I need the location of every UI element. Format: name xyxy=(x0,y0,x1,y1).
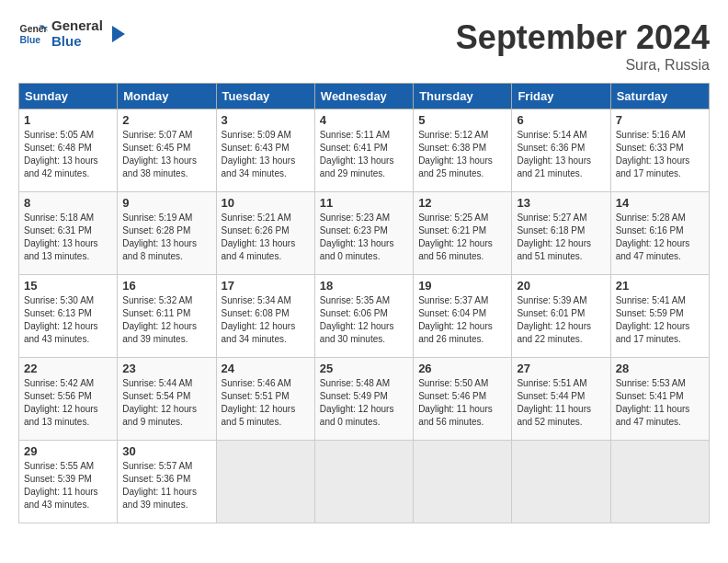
day-number: 8 xyxy=(24,196,112,210)
location: Sura, Russia xyxy=(456,57,710,74)
day-cell: 28 Sunrise: 5:53 AM Sunset: 5:41 PM Dayl… xyxy=(610,358,709,441)
day-number: 19 xyxy=(418,279,506,293)
day-cell: 24 Sunrise: 5:46 AM Sunset: 5:51 PM Dayl… xyxy=(216,358,314,441)
logo-general: General xyxy=(51,18,103,34)
day-number: 23 xyxy=(122,362,210,375)
empty-cell xyxy=(512,441,610,523)
logo: General Blue General Blue xyxy=(18,18,127,49)
calendar-week-row: 29 Sunrise: 5:55 AM Sunset: 5:39 PM Dayl… xyxy=(19,441,710,523)
empty-cell xyxy=(414,441,512,523)
day-number: 6 xyxy=(517,113,605,127)
day-info: Sunrise: 5:19 AM Sunset: 6:28 PM Dayligh… xyxy=(122,212,210,263)
day-number: 17 xyxy=(222,279,310,293)
day-cell: 8 Sunrise: 5:18 AM Sunset: 6:31 PM Dayli… xyxy=(19,192,118,275)
header-row: Sunday Monday Tuesday Wednesday Thursday… xyxy=(19,84,710,109)
day-cell: 20 Sunrise: 5:39 AM Sunset: 6:01 PM Dayl… xyxy=(512,275,610,358)
day-number: 22 xyxy=(24,362,112,375)
day-number: 4 xyxy=(320,113,408,127)
day-number: 14 xyxy=(616,196,704,210)
day-cell: 13 Sunrise: 5:27 AM Sunset: 6:18 PM Dayl… xyxy=(512,192,610,275)
day-cell: 10 Sunrise: 5:21 AM Sunset: 6:26 PM Dayl… xyxy=(216,192,314,275)
day-info: Sunrise: 5:53 AM Sunset: 5:41 PM Dayligh… xyxy=(616,377,704,429)
day-number: 24 xyxy=(222,362,310,375)
day-info: Sunrise: 5:44 AM Sunset: 5:54 PM Dayligh… xyxy=(122,377,210,429)
day-number: 10 xyxy=(222,196,310,210)
day-cell: 30 Sunrise: 5:57 AM Sunset: 5:36 PM Dayl… xyxy=(118,441,216,523)
day-info: Sunrise: 5:32 AM Sunset: 6:11 PM Dayligh… xyxy=(122,294,210,346)
logo-blue: Blue xyxy=(51,34,103,50)
empty-cell xyxy=(610,441,709,523)
day-cell: 5 Sunrise: 5:12 AM Sunset: 6:38 PM Dayli… xyxy=(414,109,512,192)
col-thursday: Thursday xyxy=(414,84,512,109)
day-cell: 17 Sunrise: 5:34 AM Sunset: 6:08 PM Dayl… xyxy=(216,275,314,358)
day-info: Sunrise: 5:55 AM Sunset: 5:39 PM Dayligh… xyxy=(24,460,112,511)
day-info: Sunrise: 5:23 AM Sunset: 6:23 PM Dayligh… xyxy=(320,212,408,263)
day-info: Sunrise: 5:57 AM Sunset: 5:36 PM Dayligh… xyxy=(122,460,210,511)
day-cell: 25 Sunrise: 5:48 AM Sunset: 5:49 PM Dayl… xyxy=(314,358,413,441)
day-info: Sunrise: 5:09 AM Sunset: 6:43 PM Dayligh… xyxy=(222,129,310,180)
day-cell: 23 Sunrise: 5:44 AM Sunset: 5:54 PM Dayl… xyxy=(118,358,216,441)
day-number: 15 xyxy=(24,279,112,293)
day-cell: 29 Sunrise: 5:55 AM Sunset: 5:39 PM Dayl… xyxy=(19,441,118,523)
day-info: Sunrise: 5:39 AM Sunset: 6:01 PM Dayligh… xyxy=(517,294,605,346)
day-info: Sunrise: 5:51 AM Sunset: 5:44 PM Dayligh… xyxy=(517,377,605,429)
svg-text:Blue: Blue xyxy=(20,34,41,44)
day-number: 27 xyxy=(517,362,605,375)
calendar-week-row: 15 Sunrise: 5:30 AM Sunset: 6:13 PM Dayl… xyxy=(19,275,710,358)
day-cell: 4 Sunrise: 5:11 AM Sunset: 6:41 PM Dayli… xyxy=(314,109,413,192)
calendar-week-row: 1 Sunrise: 5:05 AM Sunset: 6:48 PM Dayli… xyxy=(19,109,710,192)
day-number: 18 xyxy=(320,279,408,293)
day-cell: 2 Sunrise: 5:07 AM Sunset: 6:45 PM Dayli… xyxy=(118,109,216,192)
day-info: Sunrise: 5:21 AM Sunset: 6:26 PM Dayligh… xyxy=(222,212,310,263)
day-number: 13 xyxy=(517,196,605,210)
day-info: Sunrise: 5:18 AM Sunset: 6:31 PM Dayligh… xyxy=(24,212,112,263)
empty-cell xyxy=(216,441,314,523)
day-cell: 12 Sunrise: 5:25 AM Sunset: 6:21 PM Dayl… xyxy=(414,192,512,275)
day-number: 30 xyxy=(122,444,210,458)
empty-cell xyxy=(314,441,413,523)
day-info: Sunrise: 5:50 AM Sunset: 5:46 PM Dayligh… xyxy=(418,377,506,429)
calendar-table: Sunday Monday Tuesday Wednesday Thursday… xyxy=(18,83,710,523)
col-saturday: Saturday xyxy=(610,84,709,109)
day-cell: 14 Sunrise: 5:28 AM Sunset: 6:16 PM Dayl… xyxy=(610,192,709,275)
day-info: Sunrise: 5:25 AM Sunset: 6:21 PM Dayligh… xyxy=(418,212,506,263)
day-number: 28 xyxy=(616,362,704,375)
day-cell: 26 Sunrise: 5:50 AM Sunset: 5:46 PM Dayl… xyxy=(414,358,512,441)
day-cell: 6 Sunrise: 5:14 AM Sunset: 6:36 PM Dayli… xyxy=(512,109,610,192)
day-info: Sunrise: 5:11 AM Sunset: 6:41 PM Dayligh… xyxy=(320,129,408,180)
day-cell: 21 Sunrise: 5:41 AM Sunset: 5:59 PM Dayl… xyxy=(610,275,709,358)
logo-icon: General Blue xyxy=(18,19,48,49)
arrow-icon xyxy=(107,24,127,44)
day-cell: 9 Sunrise: 5:19 AM Sunset: 6:28 PM Dayli… xyxy=(118,192,216,275)
day-info: Sunrise: 5:07 AM Sunset: 6:45 PM Dayligh… xyxy=(122,129,210,180)
day-number: 2 xyxy=(122,113,210,127)
col-wednesday: Wednesday xyxy=(314,84,413,109)
day-number: 25 xyxy=(320,362,408,375)
calendar-week-row: 22 Sunrise: 5:42 AM Sunset: 5:56 PM Dayl… xyxy=(19,358,710,441)
day-info: Sunrise: 5:42 AM Sunset: 5:56 PM Dayligh… xyxy=(24,377,112,429)
day-number: 16 xyxy=(122,279,210,293)
day-cell: 1 Sunrise: 5:05 AM Sunset: 6:48 PM Dayli… xyxy=(19,109,118,192)
day-cell: 19 Sunrise: 5:37 AM Sunset: 6:04 PM Dayl… xyxy=(414,275,512,358)
day-info: Sunrise: 5:35 AM Sunset: 6:06 PM Dayligh… xyxy=(320,294,408,346)
day-info: Sunrise: 5:48 AM Sunset: 5:49 PM Dayligh… xyxy=(320,377,408,429)
page-header: General Blue General Blue September 2024… xyxy=(18,18,710,74)
day-info: Sunrise: 5:16 AM Sunset: 6:33 PM Dayligh… xyxy=(616,129,704,180)
day-number: 26 xyxy=(418,362,506,375)
day-cell: 7 Sunrise: 5:16 AM Sunset: 6:33 PM Dayli… xyxy=(610,109,709,192)
day-info: Sunrise: 5:30 AM Sunset: 6:13 PM Dayligh… xyxy=(24,294,112,346)
col-monday: Monday xyxy=(118,84,216,109)
day-number: 21 xyxy=(616,279,704,293)
day-cell: 27 Sunrise: 5:51 AM Sunset: 5:44 PM Dayl… xyxy=(512,358,610,441)
day-info: Sunrise: 5:05 AM Sunset: 6:48 PM Dayligh… xyxy=(24,129,112,180)
day-info: Sunrise: 5:12 AM Sunset: 6:38 PM Dayligh… xyxy=(418,129,506,180)
day-number: 9 xyxy=(122,196,210,210)
day-number: 3 xyxy=(222,113,310,127)
day-cell: 22 Sunrise: 5:42 AM Sunset: 5:56 PM Dayl… xyxy=(19,358,118,441)
day-info: Sunrise: 5:46 AM Sunset: 5:51 PM Dayligh… xyxy=(222,377,310,429)
day-info: Sunrise: 5:34 AM Sunset: 6:08 PM Dayligh… xyxy=(222,294,310,346)
day-cell: 16 Sunrise: 5:32 AM Sunset: 6:11 PM Dayl… xyxy=(118,275,216,358)
day-number: 5 xyxy=(418,113,506,127)
month-title: September 2024 xyxy=(456,18,710,57)
calendar-week-row: 8 Sunrise: 5:18 AM Sunset: 6:31 PM Dayli… xyxy=(19,192,710,275)
